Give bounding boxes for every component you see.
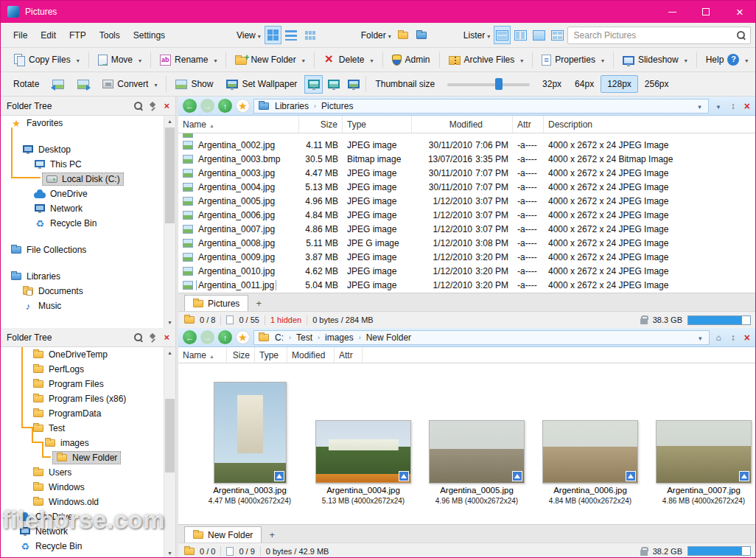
breadcrumb-new-folder[interactable]: New Folder [363,332,415,343]
display-mode-2-button[interactable] [324,75,343,94]
properties-button[interactable]: Properties [535,52,611,69]
tree-item-music[interactable]: Music [1,299,175,313]
column-modified[interactable]: Modified [412,116,513,133]
breadcrumb-test[interactable]: Test [293,332,316,343]
breadcrumb-c-drive[interactable]: C: [271,332,287,343]
forward-button[interactable] [200,330,214,344]
tree-item-images[interactable]: images [1,436,175,450]
size-32px-button[interactable]: 32px [536,75,568,93]
archive-files-button[interactable]: Archive Files [442,52,531,68]
tree-item-perflogs[interactable]: PerfLogs [1,362,175,377]
tree-close-icon[interactable] [164,332,169,342]
tree-item-recycle-bin[interactable]: Recycle Bin [1,539,175,554]
file-row[interactable]: Argentina_0003.jpg 4.47 MB JPEG image 30… [178,166,756,180]
column-name[interactable]: Name [178,347,227,363]
tree-item-windows-old[interactable]: Windows.old [1,495,175,509]
column-name[interactable]: Name [178,116,299,133]
new-tab-button[interactable] [265,528,279,541]
view-list-button[interactable] [301,26,318,44]
tree-item-libraries[interactable]: Libraries [1,269,175,284]
filter-icon[interactable] [713,102,724,111]
search-input[interactable] [567,27,751,44]
new-tab-button[interactable] [252,296,265,310]
view-menu[interactable]: View [230,27,264,44]
tree-search-icon[interactable] [134,333,143,342]
delete-button[interactable]: Delete [317,51,380,69]
tree-pin-icon[interactable] [149,333,158,342]
close-button[interactable] [723,1,756,23]
breadcrumb[interactable]: C: Test images New Folder [253,330,710,345]
tree-item-windows[interactable]: Windows [1,480,175,495]
menu-file[interactable]: File [7,27,34,44]
rotate-button[interactable]: Rotate [7,76,46,92]
tree-item-this-pc[interactable]: This PC [1,157,175,172]
file-row[interactable]: Argentina_0009.jpg 3.87 MB JPEG image 1/… [178,250,756,264]
file-row[interactable]: Argentina_0008.jpg 5.11 MB JPE G image 1… [178,236,756,250]
scroll-up-icon[interactable] [164,347,175,358]
menu-tools[interactable]: Tools [93,27,127,44]
slider-handle[interactable] [495,78,503,90]
size-256px-button[interactable]: 256px [638,75,676,93]
up-button[interactable] [218,330,232,344]
column-type[interactable]: Type [255,347,287,363]
scroll-down-icon[interactable] [164,548,175,558]
admin-button[interactable]: Admin [385,52,437,69]
path-dropdown-icon[interactable] [695,101,704,111]
show-button[interactable]: Show [169,76,220,92]
thumbnail-size-slider[interactable] [447,77,530,91]
tree-item-program-files-x86[interactable]: Program Files (x86) [1,391,175,406]
folder-options-button[interactable] [413,26,430,44]
tree-item-favorites[interactable]: Favorites [1,116,175,130]
size-128px-button[interactable]: 128px [601,75,638,93]
home-icon[interactable] [713,332,724,343]
lister-dual-horizontal-button[interactable] [494,26,511,44]
tree-item-recycle-bin[interactable]: Recycle Bin [1,216,175,231]
tree-item-local-disk-c[interactable]: Local Disk (C:) [1,172,175,186]
swap-panes-icon[interactable] [728,101,738,111]
scrollbar-thumb[interactable] [165,128,175,223]
move-button[interactable]: Move [91,52,148,69]
tree-item-program-files[interactable]: Program Files [1,377,175,391]
thumbnail-item[interactable]: Argentina_0007.jpg 4.86 MB (4000x2672x24… [650,420,756,505]
tree-scrollbar[interactable] [164,116,175,328]
favorites-button[interactable] [236,330,250,344]
file-row-focused[interactable]: Argentina_0011.jpg 5.04 MB JPEG image 1/… [178,278,756,292]
menu-edit[interactable]: Edit [34,27,63,44]
tree-close-icon[interactable] [164,101,169,111]
column-modified[interactable]: Modified [287,347,335,363]
convert-button[interactable]: Convert [96,76,164,92]
column-attr[interactable]: Attr [335,347,363,363]
view-details-button[interactable] [283,26,300,44]
help-button[interactable]: Help [699,51,755,69]
tree-scrollbar[interactable] [164,347,175,558]
rotate-right-button[interactable] [71,77,96,92]
menu-settings[interactable]: Settings [127,27,172,44]
breadcrumb-images[interactable]: images [321,332,357,343]
tree-item-file-collections[interactable]: File Collections [1,243,175,257]
tree-item-onedrive[interactable]: OneDrive [1,186,175,201]
tree-item-documents[interactable]: Documents [1,284,175,299]
tree-item-new-folder[interactable]: New Folder [1,450,175,465]
column-type[interactable]: Type [343,116,412,133]
rename-button[interactable]: Rename [153,52,223,69]
back-button[interactable] [183,330,197,344]
thumbnail-item[interactable]: Argentina_0003.jpg 4.47 MB (4000x2672x24… [196,382,304,505]
slider-track[interactable] [447,83,530,86]
rotate-left-button[interactable] [46,77,71,92]
scroll-down-icon[interactable] [164,317,175,328]
copy-files-button[interactable]: Copy Files [7,51,86,69]
lister-quad-button[interactable] [549,26,566,44]
up-button[interactable] [218,99,232,113]
tree-pin-icon[interactable] [149,102,158,111]
file-row[interactable]: Argentina_0003.bmp 30.5 MB Bitmap image … [178,152,756,166]
breadcrumb-pictures[interactable]: Pictures [318,100,357,112]
tree-search-icon[interactable] [134,102,143,111]
display-mode-3-button[interactable] [344,75,363,94]
view-thumbnails-button[interactable] [265,26,281,44]
close-pane-icon[interactable] [742,100,752,112]
tree-item-test[interactable]: Test [1,421,175,436]
thumbnail-item[interactable]: Argentina_0005.jpg 4.96 MB (4000x2672x24… [423,420,531,505]
set-wallpaper-button[interactable]: Set Wallpaper [220,76,304,92]
tree-item-onedrive[interactable]: OneDrive [1,509,175,524]
lister-dual-vertical-button[interactable] [512,26,529,44]
